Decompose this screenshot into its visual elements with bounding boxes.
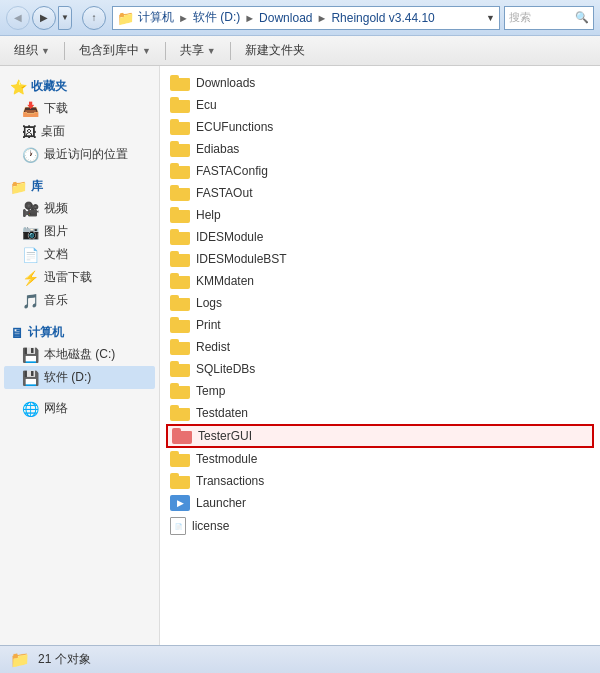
folder-icon (170, 383, 190, 399)
disk-c-icon: 💾 (22, 347, 39, 363)
doc-icon: 📄 (170, 517, 186, 535)
favorites-star-icon: ⭐ (10, 79, 27, 95)
sidebar-item-music[interactable]: 🎵 音乐 (4, 289, 155, 312)
include-library-button[interactable]: 包含到库中 ▼ (73, 40, 157, 61)
file-item-8[interactable]: IDESModuleBST (160, 248, 600, 270)
file-item-3[interactable]: Ediabas (160, 138, 600, 160)
launcher-icon: ▶ (170, 495, 190, 511)
share-button[interactable]: 共享 ▼ (174, 40, 222, 61)
file-name: Ediabas (196, 142, 239, 156)
sidebar-item-downloads[interactable]: 📥 下载 (4, 97, 155, 120)
file-item-13[interactable]: SQLiteDBs (160, 358, 600, 380)
file-name: IDESModuleBST (196, 252, 287, 266)
sidebar-divider-3 (4, 389, 155, 397)
file-name: license (192, 519, 229, 533)
folder-icon (170, 251, 190, 267)
folder-icon (170, 185, 190, 201)
file-name: FASTAOut (196, 186, 252, 200)
folder-icon (170, 141, 190, 157)
breadcrumb[interactable]: 📁 计算机 ► 软件 (D:) ► Download ► Rheingold v… (112, 6, 500, 30)
file-item-9[interactable]: KMMdaten (160, 270, 600, 292)
folder-icon (170, 229, 190, 245)
share-dropdown-icon: ▼ (207, 46, 216, 56)
toolbar-separator-3 (230, 42, 231, 60)
file-item-5[interactable]: FASTAOut (160, 182, 600, 204)
breadcrumb-item-rheingold[interactable]: Rheingold v3.44.10 (331, 11, 434, 25)
music-icon: 🎵 (22, 293, 39, 309)
file-item-6[interactable]: Help (160, 204, 600, 226)
statusbar-folder-icon: 📁 (10, 650, 30, 669)
address-bar: ◀ ▶ ▼ ↑ 📁 计算机 ► 软件 (D:) ► Download ► Rhe… (0, 0, 600, 36)
file-item-7[interactable]: IDESModule (160, 226, 600, 248)
file-item-1[interactable]: Ecu (160, 94, 600, 116)
file-item-19[interactable]: ▶Launcher (160, 492, 600, 514)
status-text: 21 个对象 (38, 651, 91, 668)
file-item-14[interactable]: Temp (160, 380, 600, 402)
sidebar-item-documents[interactable]: 📄 文档 (4, 243, 155, 266)
file-item-12[interactable]: Redist (160, 336, 600, 358)
search-box[interactable]: 搜索 🔍 (504, 6, 594, 30)
folder-icon (170, 317, 190, 333)
sidebar-item-recent[interactable]: 🕐 最近访问的位置 (4, 143, 155, 166)
file-item-20[interactable]: 📄license (160, 514, 600, 538)
folder-icon (170, 207, 190, 223)
up-button[interactable]: ↑ (82, 6, 106, 30)
folder-icon (170, 473, 190, 489)
network-icon: 🌐 (22, 401, 39, 417)
organize-dropdown-icon: ▼ (41, 46, 50, 56)
organize-button[interactable]: 组织 ▼ (8, 40, 56, 61)
folder-icon (170, 405, 190, 421)
file-name: Help (196, 208, 221, 222)
breadcrumb-item-d[interactable]: 软件 (D:) (193, 9, 240, 26)
address-dropdown-icon[interactable]: ▼ (486, 13, 495, 23)
sidebar-item-local-c[interactable]: 💾 本地磁盘 (C:) (4, 343, 155, 366)
file-name: Testdaten (196, 406, 248, 420)
file-item-10[interactable]: Logs (160, 292, 600, 314)
folder-icon (170, 339, 190, 355)
file-name: Launcher (196, 496, 246, 510)
file-item-0[interactable]: Downloads (160, 72, 600, 94)
file-item-2[interactable]: ECUFunctions (160, 116, 600, 138)
sidebar-item-software-d[interactable]: 💾 软件 (D:) (4, 366, 155, 389)
file-item-11[interactable]: Print (160, 314, 600, 336)
folder-icon-red (172, 428, 192, 444)
sidebar-item-thunder[interactable]: ⚡ 迅雷下载 (4, 266, 155, 289)
sidebar-divider-1 (4, 166, 155, 174)
folder-icon (170, 163, 190, 179)
back-button[interactable]: ◀ (6, 6, 30, 30)
forward-button[interactable]: ▶ (32, 6, 56, 30)
disk-d-icon: 💾 (22, 370, 39, 386)
folder-icon (170, 273, 190, 289)
file-name: Ecu (196, 98, 217, 112)
file-item-17[interactable]: Testmodule (160, 448, 600, 470)
file-item-15[interactable]: Testdaten (160, 402, 600, 424)
file-name: Downloads (196, 76, 255, 90)
toolbar-separator-2 (165, 42, 166, 60)
nav-buttons: ◀ ▶ ▼ ↑ (6, 6, 106, 30)
sidebar-item-desktop[interactable]: 🖼 桌面 (4, 120, 155, 143)
status-bar: 📁 21 个对象 (0, 645, 600, 673)
libraries-icon: 📁 (10, 179, 27, 195)
sidebar: ⭐ 收藏夹 📥 下载 🖼 桌面 🕐 最近访问的位置 📁 库 🎥 视频 📷 图片 (0, 66, 160, 645)
file-item-16[interactable]: TesterGUI (166, 424, 594, 448)
folder-icon (170, 451, 190, 467)
file-item-4[interactable]: FASTAConfig (160, 160, 600, 182)
folder-icon (170, 75, 190, 91)
back-drop-button[interactable]: ▼ (58, 6, 72, 30)
file-name: FASTAConfig (196, 164, 268, 178)
file-name: Print (196, 318, 221, 332)
thunder-icon: ⚡ (22, 270, 39, 286)
new-folder-button[interactable]: 新建文件夹 (239, 40, 311, 61)
file-name: Logs (196, 296, 222, 310)
file-name: ECUFunctions (196, 120, 273, 134)
toolbar: 组织 ▼ 包含到库中 ▼ 共享 ▼ 新建文件夹 (0, 36, 600, 66)
sidebar-item-images[interactable]: 📷 图片 (4, 220, 155, 243)
sidebar-item-network[interactable]: 🌐 网络 (4, 397, 155, 420)
address-folder-icon: 📁 (117, 10, 134, 26)
sidebar-section-libraries: 📁 库 (4, 174, 155, 197)
sidebar-item-video[interactable]: 🎥 视频 (4, 197, 155, 220)
breadcrumb-item-download[interactable]: Download (259, 11, 312, 25)
file-item-18[interactable]: Transactions (160, 470, 600, 492)
desktop-icon: 🖼 (22, 124, 36, 140)
breadcrumb-item-computer[interactable]: 计算机 (138, 9, 174, 26)
